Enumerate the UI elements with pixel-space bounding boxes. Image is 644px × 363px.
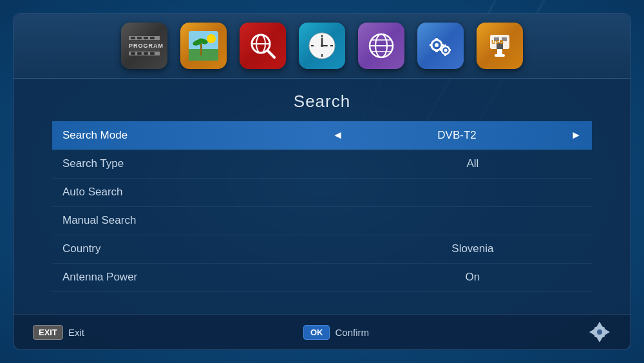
internet-search-icon [247, 30, 279, 62]
media-icon [187, 30, 220, 62]
app-icon-clock[interactable] [299, 23, 345, 69]
row-label-antenna-power: Antenna Power [52, 263, 354, 291]
settings-icon [424, 30, 457, 62]
settings-row-manual-search[interactable]: Manual Search [52, 206, 592, 235]
row-value-auto-search [354, 178, 592, 206]
svg-rect-33 [444, 54, 446, 56]
ok-badge: OK [303, 325, 330, 340]
svg-rect-32 [444, 44, 446, 46]
app-icon-program[interactable]: PROGRAM [121, 23, 167, 69]
ok-label: Confirm [335, 327, 369, 338]
row-value-manual-search [354, 206, 592, 235]
settings-row-auto-search[interactable]: Auto Search [52, 178, 592, 206]
svg-line-9 [268, 51, 274, 57]
svg-rect-3 [200, 44, 202, 55]
svg-rect-35 [449, 49, 451, 51]
row-label-search-type: Search Type [52, 150, 354, 178]
svg-point-18 [321, 44, 323, 47]
settings-row-country[interactable]: Country Slovenia [52, 235, 592, 263]
clock-icon [306, 30, 338, 62]
program-icon: PROGRAM [128, 30, 160, 62]
nav-diamond[interactable] [588, 320, 611, 344]
exit-label: Exit [68, 327, 84, 338]
settings-row-search-mode[interactable]: Search Mode ◄ DVB-T2 ► [52, 121, 592, 150]
app-icon-media[interactable] [180, 23, 227, 69]
svg-rect-27 [435, 50, 438, 52]
row-value-antenna-power: On [354, 263, 592, 291]
app-icon-internet[interactable] [240, 23, 286, 69]
app-icon-network[interactable] [358, 23, 404, 69]
arrow-right-search-mode[interactable]: ► [560, 121, 592, 150]
usb-icon: USB [484, 30, 516, 62]
svg-point-48 [597, 329, 602, 335]
settings-table: Search Mode ◄ DVB-T2 ► Search Type All A… [52, 121, 592, 292]
svg-point-25 [435, 43, 439, 47]
exit-section: EXIT Exit [33, 325, 84, 340]
arrow-left-search-mode[interactable]: ◄ [322, 121, 354, 150]
svg-point-31 [444, 49, 448, 52]
svg-rect-29 [441, 44, 444, 46]
svg-rect-26 [435, 38, 438, 41]
row-label-search-mode: Search Mode [52, 121, 322, 150]
main-container: PROGRAM [13, 13, 631, 350]
row-label-manual-search: Manual Search [52, 206, 354, 235]
content-area: Search Search Mode ◄ DVB-T2 ► Search Typ… [14, 79, 630, 314]
network-icon [365, 30, 397, 62]
exit-badge: EXIT [33, 325, 63, 340]
svg-rect-41 [495, 54, 505, 57]
bottom-bar: EXIT Exit OK Confirm [14, 314, 630, 349]
row-label-country: Country [52, 235, 354, 263]
row-value-search-mode: DVB-T2 [354, 121, 560, 150]
svg-text:USB: USB [491, 39, 504, 45]
settings-row-search-type[interactable]: Search Type All [52, 150, 592, 178]
app-icon-settings[interactable] [417, 23, 464, 69]
ok-section: OK Confirm [303, 325, 369, 340]
section-title: Search [52, 79, 592, 121]
svg-rect-34 [440, 49, 442, 51]
svg-point-2 [207, 34, 216, 43]
app-icon-usb[interactable]: USB [477, 23, 523, 69]
row-label-auto-search: Auto Search [52, 178, 354, 206]
row-value-search-type: All [354, 150, 592, 178]
settings-row-antenna-power[interactable]: Antenna Power On [52, 263, 592, 291]
svg-rect-1 [189, 49, 218, 61]
row-value-country: Slovenia [354, 235, 592, 263]
svg-rect-28 [430, 44, 432, 46]
icon-bar: PROGRAM [14, 14, 630, 79]
